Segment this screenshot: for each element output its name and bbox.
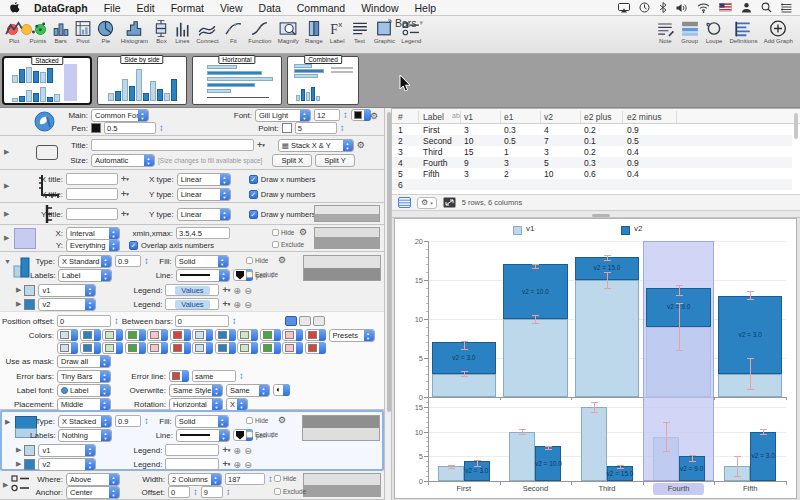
series-color-swatch[interactable] bbox=[24, 459, 35, 470]
search-icon[interactable] bbox=[761, 2, 772, 13]
overlap-checkbox[interactable]: ✓ bbox=[129, 241, 138, 250]
bar-color-popup[interactable] bbox=[147, 342, 168, 354]
bar-color-popup[interactable] bbox=[170, 329, 191, 341]
bar-color-popup[interactable] bbox=[80, 329, 101, 341]
col-header-e1[interactable]: e1 bbox=[504, 112, 513, 122]
exclude-checkbox[interactable] bbox=[272, 241, 279, 248]
legend-field[interactable]: Values bbox=[165, 284, 219, 296]
table-cell[interactable]: 5 bbox=[398, 169, 403, 179]
add-series-icon[interactable]: ⊕ bbox=[233, 285, 241, 296]
label-font-popup[interactable]: Label bbox=[57, 384, 111, 397]
menu-command[interactable]: Command bbox=[289, 2, 353, 14]
bluetooth-icon[interactable] bbox=[659, 2, 667, 13]
flag-icon[interactable] bbox=[719, 3, 732, 12]
bar-width-field[interactable]: 0.9 bbox=[115, 415, 141, 427]
exclude-checkbox[interactable] bbox=[246, 271, 253, 278]
tool-box[interactable]: Box bbox=[151, 20, 171, 44]
add-menu-icon[interactable]: +▾ bbox=[121, 209, 129, 219]
error-line-field[interactable]: same bbox=[192, 370, 236, 382]
bar-color-popup[interactable] bbox=[237, 329, 258, 341]
stepper-icon[interactable]: ↕ bbox=[193, 486, 198, 498]
x-type-popup[interactable]: Linear bbox=[177, 173, 231, 186]
tool-connect[interactable]: Connect bbox=[193, 20, 222, 44]
placement-popup[interactable]: Middle bbox=[57, 398, 111, 411]
series-popup[interactable]: v1 bbox=[38, 284, 96, 297]
hide-checkbox[interactable] bbox=[272, 229, 279, 236]
bar-color-popup[interactable] bbox=[215, 342, 236, 354]
table-scrollbar[interactable] bbox=[794, 111, 799, 191]
table-expand-icon[interactable] bbox=[443, 194, 456, 212]
table-icon[interactable] bbox=[398, 194, 411, 212]
fill-popup[interactable]: Solid bbox=[175, 415, 229, 428]
table-cell[interactable]: 1 bbox=[398, 125, 403, 135]
tool-lines[interactable]: Lines bbox=[172, 20, 193, 44]
bar-shadow-style-icons[interactable] bbox=[285, 316, 325, 326]
volume-icon[interactable] bbox=[676, 3, 688, 13]
disclosure-triangle[interactable]: ▶ bbox=[16, 300, 21, 308]
point-color-swatch[interactable] bbox=[282, 123, 292, 133]
wifi-icon[interactable] bbox=[697, 3, 710, 13]
remove-series-icon[interactable]: ⊖ bbox=[244, 445, 252, 456]
legend-field[interactable] bbox=[165, 458, 219, 470]
y-title-field[interactable] bbox=[66, 208, 118, 220]
draw-x-numbers-checkbox[interactable]: ✓ bbox=[249, 175, 258, 184]
table-cell[interactable]: 3 bbox=[464, 169, 469, 179]
bar-color-popup[interactable] bbox=[102, 329, 123, 341]
width-popup[interactable]: 2 Columns bbox=[168, 473, 222, 486]
tool-text[interactable]: Text bbox=[348, 20, 370, 44]
mask-popup[interactable]: Draw all bbox=[57, 355, 111, 368]
menu-format[interactable]: Format bbox=[163, 2, 212, 14]
table-cell[interactable]: First bbox=[423, 125, 440, 135]
tool-definitions[interactable]: Definitions bbox=[726, 20, 760, 44]
font-size-field[interactable]: 12 bbox=[314, 109, 340, 121]
bar-color-popup[interactable] bbox=[305, 342, 326, 354]
tool-histogram[interactable]: Histogram bbox=[118, 20, 152, 44]
table-cell[interactable]: 10 bbox=[464, 136, 473, 146]
exclude-checkbox[interactable] bbox=[246, 431, 253, 438]
table-cell[interactable]: 6 bbox=[398, 180, 403, 190]
disclosure-triangle[interactable]: ▶ bbox=[4, 148, 9, 156]
menu-app[interactable]: DataGraph bbox=[26, 2, 96, 14]
template-thumbnail-stacked[interactable]: Stacked bbox=[2, 56, 92, 105]
user-icon[interactable] bbox=[741, 2, 752, 13]
disclosure-triangle[interactable]: ▶ bbox=[16, 286, 21, 294]
airplay-icon[interactable] bbox=[618, 3, 630, 13]
stepper-icon[interactable]: ↕ bbox=[343, 109, 348, 121]
line-style-popup[interactable] bbox=[176, 429, 230, 442]
gear-icon[interactable]: ⚙ bbox=[278, 255, 286, 265]
gear-icon[interactable]: ⚙ bbox=[278, 415, 286, 425]
legend-field[interactable] bbox=[165, 444, 219, 456]
hide-checkbox[interactable] bbox=[274, 475, 281, 482]
split-y-button[interactable]: Split Y bbox=[315, 154, 355, 167]
bar-type-popup[interactable]: X Standard bbox=[58, 255, 112, 268]
add-menu-icon[interactable]: +▾ bbox=[222, 285, 230, 295]
table-cell[interactable]: 0.2 bbox=[584, 125, 596, 135]
table-cell[interactable]: 2 bbox=[398, 136, 403, 146]
stepper-icon[interactable]: ↕ bbox=[226, 486, 231, 498]
series-color-swatch[interactable] bbox=[24, 285, 35, 296]
style-preview[interactable] bbox=[303, 473, 381, 497]
pane-splitter[interactable] bbox=[392, 210, 800, 218]
offset-x-field[interactable]: 0 bbox=[168, 486, 190, 498]
rotation-popup[interactable]: Horizontal bbox=[169, 398, 223, 411]
table-cell[interactable]: 10 bbox=[544, 169, 553, 179]
bar-color-popup[interactable] bbox=[170, 342, 191, 354]
col-header-e2minus[interactable]: e2 minus bbox=[627, 112, 662, 122]
table-cell[interactable]: 0.4 bbox=[627, 147, 639, 157]
exclude-checkbox[interactable] bbox=[274, 488, 281, 495]
tool-group[interactable]: Group bbox=[677, 20, 701, 44]
graph-canvas[interactable]: 05101520051015v2 = 3.0v2 = 10.0v2 = 15.0… bbox=[394, 218, 797, 499]
bar-color-popup[interactable] bbox=[125, 329, 146, 341]
table-cell[interactable]: Fifth bbox=[423, 169, 440, 179]
table-cell[interactable]: 3 bbox=[504, 158, 509, 168]
stepper-icon[interactable]: ↕ bbox=[232, 315, 237, 327]
style-preview[interactable] bbox=[314, 205, 380, 222]
y-type-popup[interactable]: Linear bbox=[177, 188, 231, 201]
table-cell[interactable]: Fourth bbox=[423, 158, 448, 168]
size-popup[interactable]: Automatic bbox=[91, 154, 155, 167]
table-cell[interactable]: 3 bbox=[398, 147, 403, 157]
bar-color-popup[interactable] bbox=[215, 329, 236, 341]
stepper-icon[interactable]: ↕ bbox=[144, 415, 149, 427]
table-cell[interactable]: 0.9 bbox=[627, 125, 639, 135]
stepper-icon[interactable]: ↕ bbox=[114, 315, 119, 327]
